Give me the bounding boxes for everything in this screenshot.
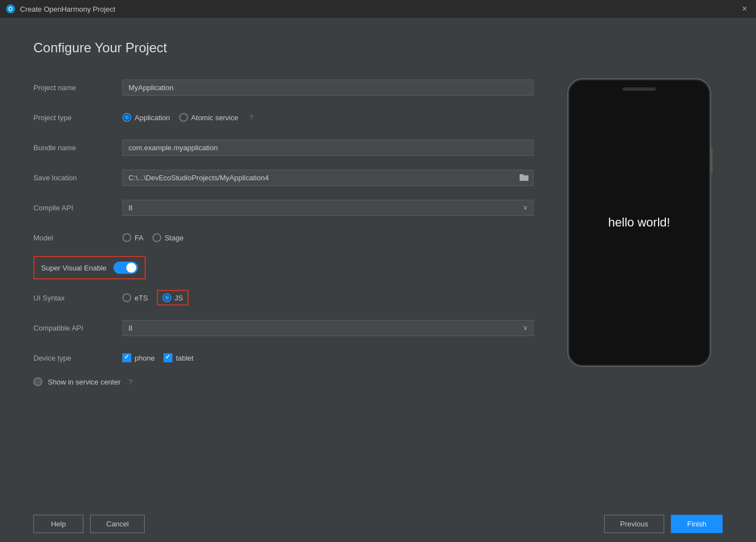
title-bar: O Create OpenHarmony Project × [0,0,756,18]
save-location-control [122,170,533,186]
radio-ets[interactable]: eTS [122,293,148,302]
radio-atomic-service[interactable]: Atomic service [179,113,239,122]
phone-side-button-icon [710,146,713,174]
compile-api-label: Compile API [33,204,122,212]
project-name-control [122,80,533,96]
checkbox-phone-input[interactable] [122,353,131,362]
bottom-left-buttons: Help Cancel [33,515,145,533]
project-name-row: Project name [33,72,533,102]
radio-application-input[interactable] [122,113,131,122]
device-type-row: Device type phone tablet [33,343,533,373]
radio-ets-label: eTS [135,294,148,302]
help-button[interactable]: Help [33,515,83,533]
ui-syntax-label: UI Syntax [33,294,122,302]
bottom-right-buttons: Previous Finish [604,515,723,533]
bottom-bar: Help Cancel Previous Finish [0,506,756,542]
checkbox-tablet-input[interactable] [164,353,172,362]
radio-fa-input[interactable] [122,233,131,242]
model-label: Model [33,234,122,242]
compatible-api-select-wrapper: 8 9 10 [122,320,533,336]
phone-preview: hello world! [556,72,723,495]
ui-syntax-control: eTS JS [122,290,533,306]
js-radio-highlight: JS [157,290,189,306]
compatible-api-select[interactable]: 8 9 10 [122,320,533,336]
bundle-name-label: Bundle name [33,144,122,152]
svg-rect-3 [520,174,523,176]
device-type-label: Device type [33,354,122,362]
project-type-control: Application Atomic service ? [122,113,533,122]
app-logo-icon: O [6,4,16,14]
service-center-row: Show in service center ? [33,373,533,391]
service-center-label: Show in service center [48,378,121,386]
device-type-control: phone tablet [122,353,533,362]
radio-application-label: Application [135,114,170,122]
finish-button[interactable]: Finish [671,515,723,533]
ui-syntax-group: eTS JS [122,290,533,306]
radio-js[interactable]: JS [162,293,183,302]
main-content: Configure Your Project Project name Proj… [0,18,756,506]
radio-stage-input[interactable] [152,233,161,242]
model-radio-group: FA Stage [122,233,533,242]
service-center-radio[interactable] [33,377,42,386]
model-control: FA Stage [122,233,533,242]
svg-text:O: O [8,6,13,12]
radio-fa-label: FA [135,234,144,242]
previous-button[interactable]: Previous [604,515,665,533]
phone-frame: hello world! [567,78,711,367]
project-name-input[interactable] [122,80,533,96]
compatible-api-row: Compatible API 8 9 10 [33,313,533,343]
compatible-api-label: Compatible API [33,324,122,332]
cancel-button[interactable]: Cancel [90,515,145,533]
device-type-checkbox-group: phone tablet [122,353,533,362]
project-type-label: Project type [33,114,122,122]
compile-api-select-wrapper: 8 9 10 [122,200,533,216]
super-visual-toggle-row: Super Visual Enable [33,256,146,279]
checkbox-phone[interactable]: phone [122,353,155,362]
save-location-label: Save location [33,174,122,182]
super-visual-label: Super Visual Enable [41,264,107,272]
radio-fa[interactable]: FA [122,233,144,242]
form-section: Project name Project type Application [33,72,533,495]
project-type-row: Project type Application Atomic service … [33,102,533,132]
super-visual-row: Super Visual Enable [33,253,533,283]
page-title: Configure Your Project [33,40,723,56]
radio-stage[interactable]: Stage [152,233,184,242]
compile-api-select[interactable]: 8 9 10 [122,200,533,216]
save-location-input[interactable] [123,170,515,185]
browse-folder-button[interactable] [515,171,533,185]
radio-js-input[interactable] [162,293,171,302]
model-row: Model FA Stage [33,223,533,253]
project-type-radio-group: Application Atomic service ? [122,113,533,122]
project-name-label: Project name [33,83,122,92]
checkbox-phone-label: phone [135,354,155,362]
ui-syntax-row: UI Syntax eTS JS [33,283,533,313]
checkbox-tablet-label: tablet [176,354,194,362]
content-area: Project name Project type Application [33,72,723,495]
compatible-api-control: 8 9 10 [122,320,533,336]
compile-api-row: Compile API 8 9 10 [33,193,533,223]
radio-ets-input[interactable] [122,293,131,302]
close-button[interactable]: × [739,3,750,15]
radio-application[interactable]: Application [122,113,170,122]
save-location-wrapper [122,170,533,186]
bundle-name-control [122,140,533,156]
title-bar-left: O Create OpenHarmony Project [6,4,115,14]
radio-stage-label: Stage [165,234,184,242]
radio-atomic-input[interactable] [179,113,188,122]
save-location-row: Save location [33,162,533,193]
compile-api-control: 8 9 10 [122,200,533,216]
checkbox-tablet[interactable]: tablet [164,353,194,362]
phone-preview-text: hello world! [608,215,670,230]
super-visual-control: Super Visual Enable [33,256,533,279]
toggle-slider-icon [113,262,138,274]
radio-atomic-label: Atomic service [191,114,239,122]
radio-js-label: JS [175,294,183,302]
bundle-name-row: Bundle name [33,132,533,162]
window-title: Create OpenHarmony Project [20,5,115,13]
project-type-help-icon[interactable]: ? [249,114,253,122]
service-center-help-icon[interactable]: ? [129,378,132,386]
bundle-name-input[interactable] [122,140,533,156]
super-visual-toggle[interactable] [113,262,138,274]
